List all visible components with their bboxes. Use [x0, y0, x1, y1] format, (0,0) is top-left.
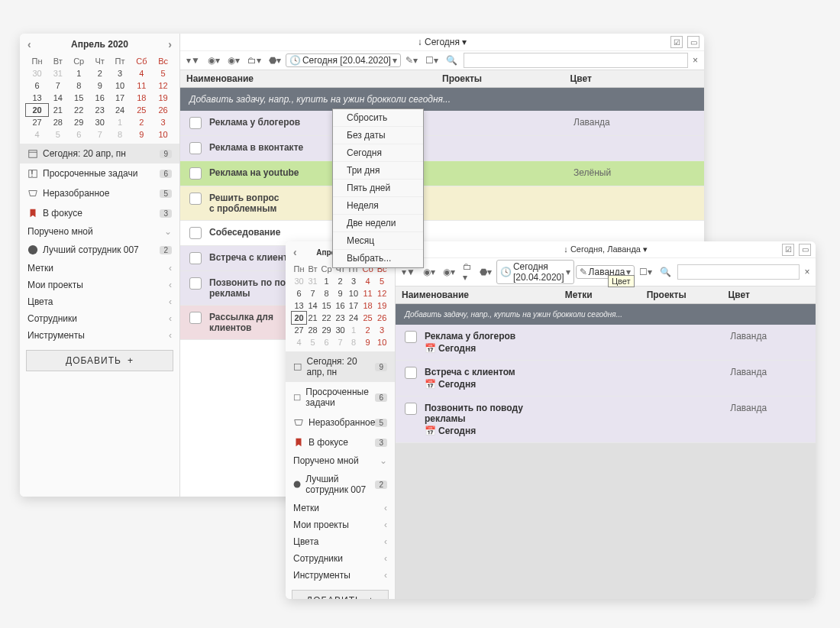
- dropdown-item[interactable]: Сбросить: [333, 109, 423, 127]
- sidebar-cat-tags[interactable]: Метки‹: [20, 260, 179, 277]
- expand-icon[interactable]: ▭: [799, 244, 811, 256]
- filter-icon[interactable]: ▾▼: [183, 53, 203, 67]
- view-title[interactable]: ↓ Сегодня ▾: [418, 37, 467, 47]
- sidebar-cat-tools[interactable]: Инструменты‹: [286, 567, 395, 584]
- inbox-icon: [293, 417, 304, 428]
- sidebar-cat-colors[interactable]: Цвета‹: [286, 533, 395, 550]
- color-tooltip: Цвет: [608, 275, 635, 287]
- edit-icon[interactable]: ☑: [670, 36, 683, 48]
- sidebar-item-today[interactable]: Сегодня: 20 апр, пн9: [20, 144, 179, 163]
- search-icon[interactable]: 🔍: [443, 53, 460, 67]
- task-row[interactable]: Реклама у блогеровЛаванда: [180, 111, 704, 136]
- sidebar-item-overdue[interactable]: Просроченные задачи6: [286, 382, 395, 413]
- add-task-row[interactable]: Добавить задачу, напр., купить на ужин б…: [180, 88, 704, 111]
- sidebar-cat-tools[interactable]: Инструменты‹: [20, 327, 179, 344]
- sidebar-item-overdue[interactable]: !Просроченные задачи6: [20, 163, 179, 183]
- task-checkbox[interactable]: [189, 277, 202, 290]
- next-month-icon[interactable]: ›: [168, 38, 172, 50]
- calendar[interactable]: ПнВтСрЧтПтСбВс 303112345 6789101112 1314…: [20, 55, 179, 144]
- task-checkbox[interactable]: [189, 117, 202, 129]
- search-input[interactable]: [677, 264, 800, 280]
- date-filter[interactable]: 🕓Сегодня [20.04.2020]▾: [286, 53, 401, 67]
- dropdown-item[interactable]: Сегодня: [333, 144, 423, 162]
- dropdown-item[interactable]: Пять дней: [333, 180, 423, 197]
- view-title[interactable]: ↓ Сегодня, Лаванда ▾: [564, 244, 648, 254]
- task-checkbox[interactable]: [189, 193, 202, 205]
- dropdown-item[interactable]: Без даты: [333, 127, 423, 144]
- sidebar-item-inbox[interactable]: Неразобранное5: [286, 413, 395, 432]
- calendar-nav: ‹ Апрель 2020 ›: [20, 34, 179, 55]
- sidebar-item-employee[interactable]: Лучший сотрудник 0072: [20, 240, 179, 260]
- sidebar-item-focus[interactable]: В фокусе3: [286, 432, 395, 452]
- dropdown-item[interactable]: Месяц: [333, 232, 423, 250]
- column-headers: НаименованиеПроектыЦвет: [180, 70, 704, 88]
- prev-month-icon[interactable]: ‹: [27, 38, 31, 50]
- sidebar-cat-colors[interactable]: Цвета‹: [20, 293, 179, 310]
- task-checkbox[interactable]: [405, 403, 417, 415]
- date-filter[interactable]: 🕓Сегодня [20.04.2020]▾: [496, 260, 574, 284]
- svg-rect-5: [294, 364, 301, 370]
- close-search-icon[interactable]: ×: [801, 265, 813, 279]
- task-checkbox[interactable]: [189, 312, 202, 324]
- folder-icon[interactable]: 🗀▾: [460, 260, 475, 284]
- task-row[interactable]: Встреча с клиентом📅СегодняЛаванда: [396, 361, 816, 397]
- task-row[interactable]: Реклама в вконтакте: [180, 136, 704, 161]
- search-icon[interactable]: 🔍: [657, 265, 674, 279]
- svg-point-4: [28, 245, 37, 254]
- dropdown-item[interactable]: Три дня: [333, 162, 423, 180]
- inbox-icon: [27, 188, 38, 199]
- task-row[interactable]: Реклама у блогеров📅СегодняЛаванда: [396, 325, 816, 361]
- empty-area: [396, 443, 816, 599]
- sidebar-cat-tags[interactable]: Метки‹: [286, 500, 395, 516]
- sidebar-item-focus[interactable]: В фокусе3: [20, 203, 179, 223]
- tag-icon[interactable]: ⬣▾: [477, 265, 495, 279]
- search-input[interactable]: [464, 53, 688, 68]
- sidebar-cat-projects[interactable]: Мои проекты‹: [286, 516, 395, 533]
- sidebar-item-today[interactable]: Сегодня: 20 апр, пн9: [286, 351, 395, 382]
- dropdown-item[interactable]: Две недели: [333, 215, 423, 232]
- bookmark-icon: [293, 437, 304, 448]
- calendar-small-icon: 📅: [425, 426, 436, 436]
- task-checkbox[interactable]: [189, 227, 202, 239]
- sidebar-cat-employees[interactable]: Сотрудники‹: [286, 550, 395, 567]
- svg-rect-6: [294, 395, 300, 400]
- task-row[interactable]: Позвонить по поводу рекламы📅СегодняЛаван…: [396, 397, 816, 443]
- task-checkbox[interactable]: [405, 331, 417, 343]
- task-checkbox[interactable]: [405, 367, 417, 379]
- column-headers: НаименованиеМеткиПроектыЦвет: [396, 286, 816, 304]
- sidebar-assigned[interactable]: Поручено мной⌄: [286, 452, 395, 469]
- toolbar: ▾▼ ◉▾ ◉▾ 🗀▾ ⬣▾ 🕓Сегодня [20.04.2020]▾ ✎▾…: [180, 51, 704, 70]
- expand-icon[interactable]: ▭: [687, 36, 699, 48]
- close-search-icon[interactable]: ×: [690, 53, 701, 67]
- sidebar-item-employee[interactable]: Лучший сотрудник 0072: [286, 469, 395, 500]
- brush-icon[interactable]: ✎▾: [402, 53, 421, 67]
- task-row[interactable]: Реклама на youtubeЗелёный: [180, 161, 704, 186]
- prev-month-icon[interactable]: ‹: [293, 246, 297, 258]
- user1-icon[interactable]: ◉▾: [205, 53, 223, 67]
- task-checkbox[interactable]: [189, 167, 202, 180]
- sidebar-cat-projects[interactable]: Мои проекты‹: [20, 277, 179, 293]
- bookmark-icon: [27, 208, 38, 219]
- task-row[interactable]: Решить вопрос с проблемным: [180, 186, 704, 221]
- sidebar-assigned[interactable]: Поручено мной⌄: [20, 223, 179, 240]
- dropdown-item[interactable]: Выбрать...: [333, 250, 423, 267]
- add-button[interactable]: ДОБАВИТЬ+: [26, 350, 173, 371]
- checkbox-icon[interactable]: ☐▾: [636, 265, 655, 279]
- add-button[interactable]: ДОБАВИТЬ+: [292, 590, 389, 599]
- task-checkbox[interactable]: [189, 252, 202, 264]
- tag-icon[interactable]: ⬣▾: [266, 53, 284, 67]
- svg-text:!: !: [31, 169, 33, 178]
- folder-icon[interactable]: 🗀▾: [244, 53, 264, 67]
- calendar-icon: [293, 361, 302, 372]
- add-task-row[interactable]: Добавить задачу, напр., купить на ужин б…: [396, 304, 816, 325]
- sidebar-cat-employees[interactable]: Сотрудники‹: [20, 310, 179, 327]
- task-checkbox[interactable]: [189, 142, 202, 154]
- calendar[interactable]: ПнВтСрЧтПтСбВс 303112345 6789101112 1314…: [286, 263, 395, 351]
- user2-icon[interactable]: ◉▾: [440, 265, 458, 279]
- sidebar-item-inbox[interactable]: Неразобранное5: [20, 183, 179, 203]
- dropdown-item[interactable]: Неделя: [333, 197, 423, 215]
- sidebar: ‹ Апрель 2020 › ПнВтСрЧтПтСбВс 303112345…: [20, 34, 180, 497]
- edit-icon[interactable]: ☑: [782, 244, 794, 256]
- checkbox-icon[interactable]: ☐▾: [422, 53, 441, 67]
- user2-icon[interactable]: ◉▾: [225, 53, 243, 67]
